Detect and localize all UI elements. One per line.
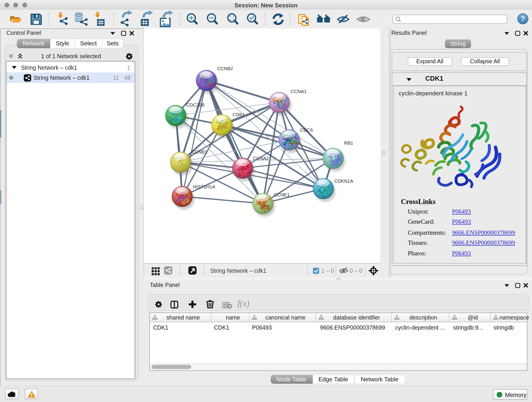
svg-text:0 – 0: 0 – 0 [350,268,362,274]
svg-text:CCNB1: CCNB1 [191,149,207,154]
svg-text:RB1: RB1 [344,140,353,146]
svg-text:CCNB2: CCNB2 [217,66,233,71]
svg-text:CDC25B: CDC25B [186,102,205,108]
svg-text:CDKN1A: CDKN1A [334,179,353,184]
svg-text:HIST1H1A: HIST1H1A [193,184,215,189]
svg-text:CCNE1: CCNE1 [274,192,290,197]
svg-text:CDK1: CDK1 [233,112,245,117]
svg-text:CCNA2: CCNA2 [253,156,269,161]
svg-text:CCNA1: CCNA1 [291,89,307,94]
svg-text:String Network – cdk1: String Network – cdk1 [210,268,266,274]
svg-text:CDC6: CDC6 [300,128,313,133]
svg-text:1 – 0: 1 – 0 [321,268,334,274]
